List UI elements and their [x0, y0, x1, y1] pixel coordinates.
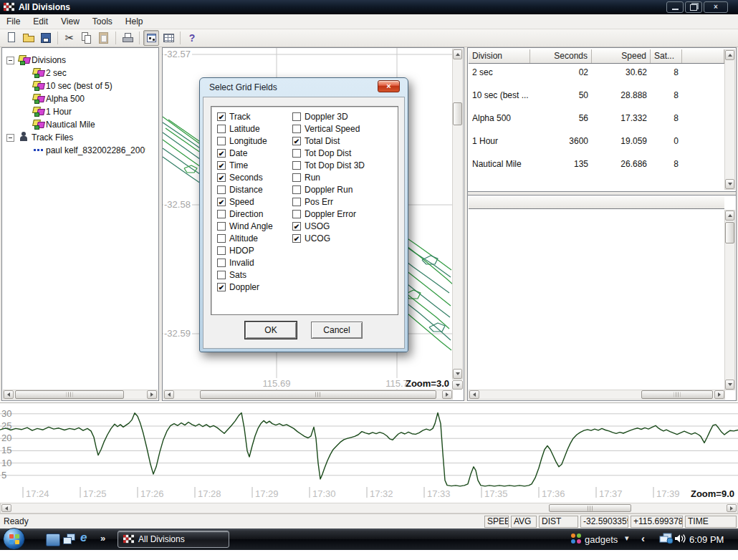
unchecked-checkbox[interactable]	[292, 112, 301, 121]
unchecked-checkbox[interactable]	[292, 198, 301, 206]
unchecked-checkbox[interactable]	[292, 161, 301, 170]
tree-item-divisions[interactable]: Divisions	[5, 54, 145, 67]
column-header-division[interactable]: Division	[469, 49, 530, 63]
scroll-down-button[interactable]	[725, 380, 734, 390]
unchecked-checkbox[interactable]	[292, 185, 301, 194]
unchecked-checkbox[interactable]	[292, 210, 301, 218]
scroll-right-button[interactable]	[442, 390, 452, 399]
cancel-button[interactable]: Cancel	[311, 322, 363, 339]
tree-item-paul-kelf-832002286-2009[interactable]: paul kelf_832002286_20090207	[5, 144, 145, 157]
tree-expander-icon[interactable]	[6, 134, 14, 142]
checked-checkbox[interactable]: ✔	[217, 149, 226, 158]
field-option-doppler-error[interactable]: Doppler Error	[292, 210, 365, 222]
map-zoom-dropdown-button[interactable]	[452, 380, 463, 390]
table-vscrollbar[interactable]	[724, 49, 735, 190]
scroll-right-button[interactable]	[147, 390, 157, 399]
tree-item-alpha-500[interactable]: Alpha 500	[5, 92, 145, 105]
scroll-up-button[interactable]	[725, 50, 734, 60]
new-document-button[interactable]	[4, 30, 19, 46]
taskbar-window-button[interactable]: All Divisions	[118, 531, 229, 548]
field-option-doppler-run[interactable]: Doppler Run	[292, 185, 365, 198]
checked-checkbox[interactable]: ✔	[217, 198, 226, 206]
field-option-direction[interactable]: Direction	[217, 210, 273, 222]
tree-item-1-hour[interactable]: 1 Hour	[5, 105, 145, 118]
column-header-speed[interactable]: Speed	[592, 49, 651, 63]
field-option-invalid[interactable]: Invalid	[217, 259, 273, 271]
checked-checkbox[interactable]: ✔	[292, 137, 301, 145]
field-option-tot-dop-dist-3d[interactable]: Tot Dop Dist 3D	[292, 161, 365, 173]
save-button[interactable]	[38, 30, 54, 46]
unchecked-checkbox[interactable]	[217, 246, 226, 255]
map-hscrollbar[interactable]	[163, 390, 453, 400]
tree-item-track-files[interactable]: Track Files	[5, 131, 145, 144]
unchecked-checkbox[interactable]	[217, 185, 226, 194]
column-header-seconds[interactable]: Seconds	[530, 49, 592, 63]
field-option-vertical-speed[interactable]: Vertical Speed	[292, 125, 365, 137]
scroll-thumb[interactable]	[641, 390, 713, 399]
speaker-icon[interactable]	[674, 534, 686, 544]
close-button[interactable]: ×	[704, 1, 728, 13]
table-row[interactable]: Alpha 5005617.3328	[469, 111, 724, 134]
scroll-thumb[interactable]	[200, 390, 436, 399]
unchecked-checkbox[interactable]	[217, 222, 226, 231]
column-header-sat[interactable]: Sat...	[651, 49, 682, 63]
unchecked-checkbox[interactable]	[292, 173, 301, 182]
unchecked-checkbox[interactable]	[292, 125, 301, 133]
field-option-speed[interactable]: ✔Speed	[217, 198, 273, 210]
scroll-thumb[interactable]	[15, 390, 124, 399]
tray-dropdown-icon[interactable]: ▾	[625, 534, 629, 543]
tray-collapse-icon[interactable]: ‹	[641, 532, 645, 544]
field-option-latitude[interactable]: Latitude	[217, 125, 273, 137]
taskbar-clock[interactable]: 6:09 PM	[689, 534, 724, 545]
unchecked-checkbox[interactable]	[217, 137, 226, 145]
copy-button[interactable]	[79, 30, 95, 46]
quicklaunch-chevron[interactable]: »	[100, 533, 105, 544]
internet-explorer-icon[interactable]: e	[80, 532, 93, 544]
tree-hscrollbar[interactable]	[3, 390, 158, 400]
scroll-right-button[interactable]	[714, 390, 724, 399]
unchecked-checkbox[interactable]	[292, 149, 301, 158]
tree-item-10-sec-best-of-5-[interactable]: 10 sec (best of 5)	[5, 79, 145, 92]
table-row[interactable]: 1 Hour360019.0590	[469, 134, 724, 157]
open-file-button[interactable]	[21, 30, 37, 46]
field-option-altitude[interactable]: Altitude	[217, 234, 273, 246]
scroll-up-button[interactable]	[453, 49, 462, 59]
scroll-right-button[interactable]	[727, 504, 737, 512]
gadgets-label[interactable]: gadgets	[585, 534, 618, 545]
scroll-down-button[interactable]	[725, 179, 734, 189]
table-row[interactable]: Nautical Mile13526.6868	[469, 157, 724, 180]
show-desktop-icon[interactable]	[46, 534, 60, 546]
field-option-total-dist[interactable]: ✔Total Dist	[292, 137, 365, 149]
field-option-seconds[interactable]: ✔Seconds	[217, 173, 273, 185]
paste-button[interactable]	[96, 30, 112, 46]
menu-file[interactable]: File	[0, 14, 27, 29]
field-option-hdop[interactable]: HDOP	[217, 246, 273, 259]
table-row[interactable]: 2 sec0230.628	[469, 65, 724, 88]
unchecked-checkbox[interactable]	[217, 259, 226, 267]
scroll-left-button[interactable]	[1, 504, 11, 512]
scroll-left-button[interactable]	[4, 390, 14, 399]
checked-checkbox[interactable]: ✔	[217, 283, 226, 291]
cut-button[interactable]: ✂	[62, 30, 77, 46]
field-option-sats[interactable]: Sats	[217, 271, 273, 283]
dialog-close-button[interactable]: ×	[378, 80, 400, 92]
grid-view-button[interactable]	[160, 30, 176, 46]
field-option-time[interactable]: ✔Time	[217, 161, 273, 173]
menu-view[interactable]: View	[54, 14, 86, 29]
unchecked-checkbox[interactable]	[217, 125, 226, 133]
field-option-run[interactable]: Run	[292, 173, 365, 185]
restore-button[interactable]	[685, 1, 702, 13]
minimize-button[interactable]	[666, 1, 684, 13]
checked-checkbox[interactable]: ✔	[292, 234, 301, 243]
field-option-longitude[interactable]: Longitude	[217, 137, 273, 149]
scroll-up-button[interactable]	[725, 211, 734, 221]
checked-checkbox[interactable]: ✔	[217, 161, 226, 170]
network-icon[interactable]	[659, 533, 674, 544]
field-option-distance[interactable]: Distance	[217, 185, 273, 198]
help-button[interactable]: ?	[184, 30, 200, 46]
unchecked-checkbox[interactable]	[217, 271, 226, 279]
checked-checkbox[interactable]: ✔	[292, 222, 301, 231]
menu-tools[interactable]: Tools	[86, 14, 119, 29]
gadgets-icon[interactable]	[571, 534, 581, 544]
scroll-left-button[interactable]	[469, 390, 479, 399]
